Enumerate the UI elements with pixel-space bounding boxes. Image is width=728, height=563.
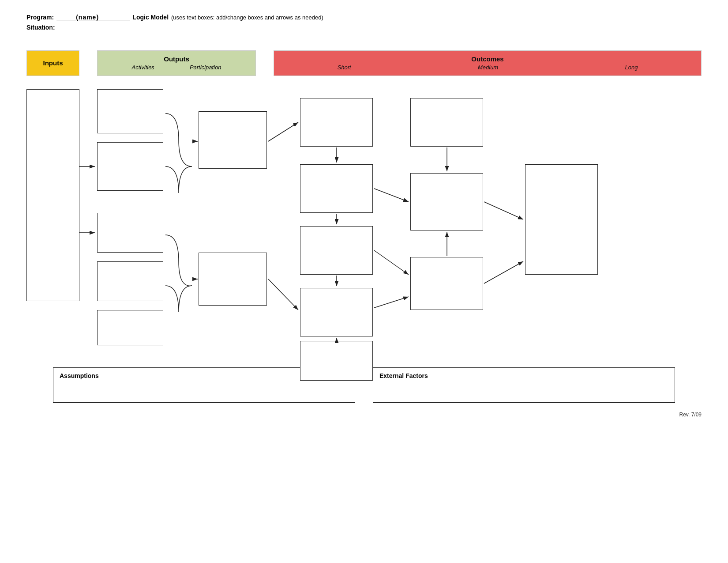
activity-box-4[interactable] bbox=[97, 261, 163, 301]
svg-line-12 bbox=[374, 250, 409, 275]
participation-box-1[interactable] bbox=[199, 111, 267, 169]
activity-box-1[interactable] bbox=[97, 89, 163, 133]
activity-box-3[interactable] bbox=[97, 213, 163, 253]
short-outcome-1[interactable] bbox=[300, 98, 373, 147]
svg-line-5 bbox=[268, 122, 298, 141]
svg-line-11 bbox=[374, 189, 409, 202]
short-outcome-3[interactable] bbox=[300, 226, 373, 275]
medium-outcome-3[interactable] bbox=[410, 257, 483, 310]
svg-line-16 bbox=[484, 202, 523, 219]
svg-line-13 bbox=[374, 297, 409, 308]
activity-box-5[interactable] bbox=[97, 310, 163, 345]
external-factors-label: External Factors bbox=[379, 372, 668, 379]
outputs-sublabels: Activities Participation bbox=[132, 64, 221, 71]
flow-area bbox=[26, 85, 702, 359]
external-factors-box[interactable]: External Factors bbox=[373, 367, 675, 403]
short-outcome-5[interactable] bbox=[300, 341, 373, 381]
diagram-area: Inputs Outputs Activities Participation … bbox=[26, 50, 702, 403]
header-line1: Program: _____(name)________ Logic Model… bbox=[26, 12, 702, 23]
short-outcome-4[interactable] bbox=[300, 288, 373, 336]
page-header: Program: _____(name)________ Logic Model… bbox=[0, 0, 728, 37]
program-name: _____(name)________ bbox=[56, 12, 130, 22]
situation-label: Situation: bbox=[26, 23, 702, 33]
inputs-box[interactable] bbox=[26, 89, 79, 301]
participation-box-2[interactable] bbox=[199, 253, 267, 306]
header-note: (uses text boxes: add/change boxes and a… bbox=[171, 13, 323, 23]
short-outcome-2[interactable] bbox=[300, 164, 373, 213]
svg-line-6 bbox=[268, 279, 298, 310]
outputs-header: Outputs Activities Participation bbox=[97, 50, 256, 76]
medium-outcome-2[interactable] bbox=[410, 173, 483, 230]
long-outcome-1[interactable] bbox=[525, 164, 598, 275]
program-label: Program: bbox=[26, 12, 54, 22]
gap2 bbox=[256, 50, 274, 76]
svg-line-17 bbox=[484, 261, 523, 283]
revision-note: Rev. 7/09 bbox=[0, 407, 728, 422]
logic-model-title: Logic Model bbox=[132, 12, 169, 22]
gap1 bbox=[79, 50, 97, 76]
outcomes-header: Outcomes Short Medium Long bbox=[274, 50, 702, 76]
activity-box-2[interactable] bbox=[97, 142, 163, 191]
column-headers: Inputs Outputs Activities Participation … bbox=[26, 50, 702, 76]
medium-outcome-1[interactable] bbox=[410, 98, 483, 147]
outcomes-sublabels: Short Medium Long bbox=[274, 64, 701, 71]
inputs-header: Inputs bbox=[26, 50, 79, 76]
